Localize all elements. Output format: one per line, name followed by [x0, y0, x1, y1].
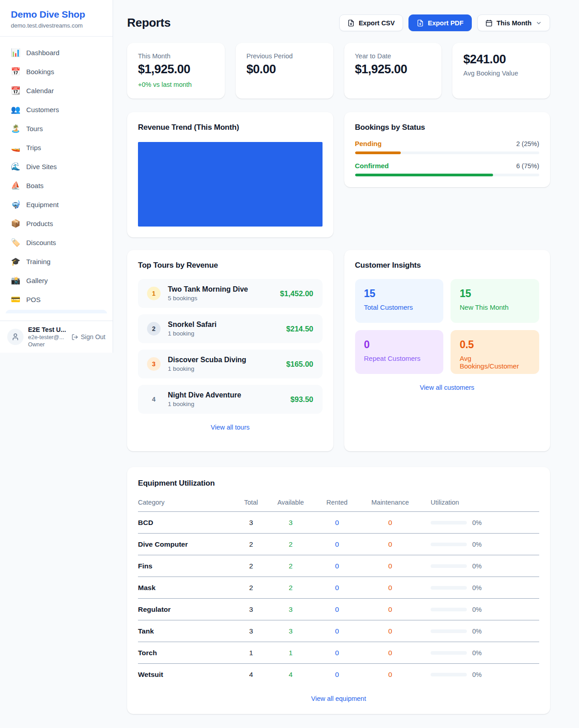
- credit-card-icon: 💳: [11, 295, 20, 304]
- sidebar-item-boats[interactable]: ⛵ Boats: [5, 177, 107, 194]
- revenue-trend-chart: [138, 142, 323, 227]
- wave-icon: 🌊: [11, 162, 20, 171]
- avatar: [7, 329, 24, 345]
- package-icon: 📦: [11, 219, 20, 228]
- sidebar-item-bookings[interactable]: 📅 Bookings: [5, 63, 107, 80]
- table-row: Fins 2 2 0 0 0%: [138, 555, 539, 577]
- sidebar-item-training[interactable]: 🎓 Training: [5, 253, 107, 270]
- status-row-pending: Pending 2 (25%): [355, 140, 540, 154]
- table-row: Wetsuit 4 4 0 0 0%: [138, 664, 539, 685]
- stats-row: This Month $1,925.00 +0% vs last month P…: [127, 43, 550, 99]
- sidebar: Demo Dive Shop demo.test.divestreams.com…: [0, 0, 113, 353]
- island-icon: 🏝️: [11, 124, 20, 133]
- stat-card-year-to-date: Year to Date $1,925.00: [344, 43, 442, 99]
- sidebar-item-pos[interactable]: 💳 POS: [5, 291, 107, 308]
- chevron-down-icon: [536, 20, 542, 26]
- stat-card-previous-period: Previous Period $0.00: [236, 43, 333, 99]
- page-header: Reports Export CSV Export PDF This Month: [127, 14, 550, 31]
- sidebar-item-tours[interactable]: 🏝️ Tours: [5, 120, 107, 137]
- charts-row: Revenue Trend (This Month) Bookings by S…: [127, 112, 550, 237]
- sidebar-item-dashboard[interactable]: 📊 Dashboard: [5, 44, 107, 61]
- sidebar-item-equipment[interactable]: 🤿 Equipment: [5, 196, 107, 213]
- sidebar-item-trips[interactable]: 🚤 Trips: [5, 139, 107, 156]
- tile-repeat-customers: 0 Repeat Customers: [355, 330, 444, 374]
- logout-icon: [71, 334, 78, 340]
- table-row: Tank 3 3 0 0 0%: [138, 620, 539, 642]
- tour-list: 1 Two Tank Morning Dive 5 bookings $1,45…: [138, 279, 323, 414]
- table-row: Regulator 3 3 0 0 0%: [138, 599, 539, 620]
- calendar-icon: 📆: [11, 86, 20, 95]
- utilization-bar: [431, 629, 467, 633]
- table-row: Mask 2 2 0 0 0%: [138, 577, 539, 599]
- utilization-bar: [431, 608, 467, 611]
- status-row-confirmed: Confirmed 6 (75%): [355, 162, 540, 176]
- view-all-equipment-link[interactable]: View all equipment: [138, 695, 539, 702]
- speedboat-icon: 🚤: [11, 143, 20, 152]
- sidebar-item-products[interactable]: 📦 Products: [5, 215, 107, 232]
- bookings-calendar-icon: 📅: [11, 67, 20, 76]
- tag-icon: 🏷️: [11, 238, 20, 247]
- sailboat-icon: ⛵: [11, 181, 20, 190]
- sidebar-item-dive-sites[interactable]: 🌊 Dive Sites: [5, 158, 107, 175]
- header-actions: Export CSV Export PDF This Month: [339, 14, 550, 31]
- equipment-table: Category Total Available Rented Maintena…: [138, 494, 539, 685]
- table-row: Torch 1 1 0 0 0%: [138, 642, 539, 664]
- diving-mask-icon: 🤿: [11, 200, 20, 209]
- sidebar-item-calendar[interactable]: 📆 Calendar: [5, 82, 107, 99]
- calendar-icon: [485, 19, 493, 27]
- shop-domain: demo.test.divestreams.com: [11, 22, 102, 29]
- page-title: Reports: [127, 16, 171, 30]
- user-info: E2E Test U... e2e-tester@... Owner: [28, 326, 67, 348]
- top-tours-panel: Top Tours by Revenue 1 Two Tank Morning …: [127, 250, 333, 451]
- export-csv-button[interactable]: Export CSV: [339, 14, 403, 31]
- confirmed-progress-bar: [355, 174, 540, 176]
- tour-row: 1 Two Tank Morning Dive 5 bookings $1,45…: [138, 279, 323, 308]
- rank-badge: 3: [147, 357, 161, 371]
- tile-avg-bookings-customer: 0.5 Avg Bookings/Customer: [451, 330, 539, 374]
- stat-delta: +0% vs last month: [138, 81, 214, 88]
- rank-badge: 1: [147, 287, 161, 300]
- user-role: Owner: [28, 341, 67, 348]
- rank-badge: 4: [147, 392, 161, 406]
- utilization-bar: [431, 651, 467, 655]
- main-content: Reports Export CSV Export PDF This Month…: [113, 0, 579, 728]
- utilization-bar: [431, 543, 467, 546]
- camera-icon: 📸: [11, 276, 20, 285]
- view-all-customers-link[interactable]: View all customers: [355, 384, 540, 391]
- stat-card-avg-booking-value: $241.00 Avg Booking Value: [452, 43, 550, 99]
- brand: Demo Dive Shop demo.test.divestreams.com: [0, 0, 113, 37]
- sidebar-item-discounts[interactable]: 🏷️ Discounts: [5, 234, 107, 251]
- period-selector[interactable]: This Month: [477, 14, 550, 31]
- file-download-icon: [417, 19, 424, 27]
- pending-progress-bar: [355, 151, 540, 154]
- sidebar-item-customers[interactable]: 👥 Customers: [5, 101, 107, 118]
- sidebar-nav: 📊 Dashboard 📅 Bookings 📆 Calendar 👥 Cust…: [0, 37, 113, 313]
- equipment-utilization-panel: Equipment Utilization Category Total Ava…: [127, 467, 550, 714]
- sidebar-item-reports-clipped[interactable]: [5, 310, 107, 313]
- customer-insights-panel: Customer Insights 15 Total Customers 15 …: [344, 250, 551, 451]
- graduation-cap-icon: 🎓: [11, 257, 20, 266]
- table-row: BCD 3 3 0 0 0%: [138, 512, 539, 534]
- tour-row: 3 Discover Scuba Diving 1 booking $165.0…: [138, 350, 323, 378]
- sign-out-button[interactable]: Sign Out: [71, 333, 105, 340]
- utilization-bar: [431, 564, 467, 568]
- stat-card-this-month: This Month $1,925.00 +0% vs last month: [127, 43, 225, 99]
- insight-grid: 15 Total Customers 15 New This Month 0 R…: [355, 279, 540, 374]
- sidebar-item-gallery[interactable]: 📸 Gallery: [5, 272, 107, 289]
- view-all-tours-link[interactable]: View all tours: [138, 424, 323, 431]
- user-email: e2e-tester@...: [28, 334, 67, 340]
- insights-row: Top Tours by Revenue 1 Two Tank Morning …: [127, 250, 550, 451]
- tour-row: 4 Night Dive Adventure 1 booking $93.50: [138, 385, 323, 414]
- rank-badge: 2: [147, 322, 161, 336]
- revenue-trend-panel: Revenue Trend (This Month): [127, 112, 333, 237]
- table-header: Category Total Available Rented Maintena…: [138, 494, 539, 512]
- utilization-bar: [431, 521, 467, 525]
- dashboard-icon: 📊: [11, 48, 20, 57]
- user-name: E2E Test U...: [28, 326, 67, 333]
- user-icon: [11, 333, 19, 341]
- export-pdf-button[interactable]: Export PDF: [408, 14, 472, 31]
- tour-row: 2 Snorkel Safari 1 booking $214.50: [138, 314, 323, 343]
- bookings-by-status-panel: Bookings by Status Pending 2 (25%) Confi…: [344, 112, 551, 187]
- shop-name: Demo Dive Shop: [11, 9, 102, 20]
- utilization-bar: [431, 586, 467, 590]
